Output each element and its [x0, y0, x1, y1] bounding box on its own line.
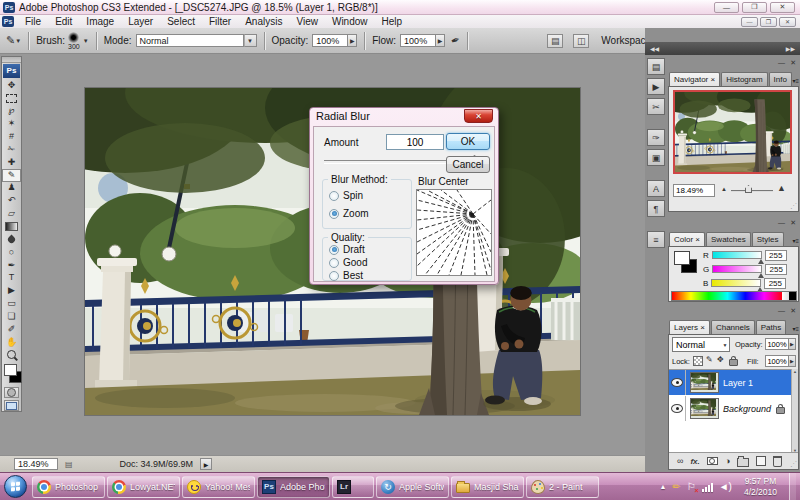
zoom-level-field[interactable]: 18.49% — [14, 458, 58, 470]
show-desktop-button[interactable] — [789, 473, 796, 500]
spin-radio[interactable]: Spin — [329, 190, 363, 201]
menu-window[interactable]: Window — [325, 16, 375, 27]
clone-stamp-tool[interactable]: ♟ — [2, 182, 21, 195]
new-layer-icon[interactable] — [756, 456, 766, 466]
paragraph-panel-icon[interactable]: ¶ — [647, 200, 665, 217]
tab-styles[interactable]: Styles — [752, 232, 784, 246]
taskbar-chrome-lowyat[interactable]: Lowyat.NET -... — [107, 476, 180, 498]
brush-preset-picker[interactable]: 300 — [68, 32, 80, 50]
dialog-close-icon[interactable]: ✕ — [464, 109, 493, 123]
tab-histogram[interactable]: Histogram — [721, 72, 767, 86]
close-icon[interactable]: ✕ — [770, 2, 795, 13]
layer-comps-panel-icon[interactable]: ≡ — [647, 231, 665, 248]
bridge-icon[interactable]: ◫ — [573, 34, 589, 48]
clone-source-panel-icon[interactable]: ▣ — [647, 149, 665, 166]
navigator-slider-track[interactable] — [731, 190, 773, 191]
eraser-tool[interactable]: ▱ — [2, 207, 21, 220]
zoom-tool[interactable] — [2, 349, 21, 362]
layers-opacity-field[interactable]: 100% — [765, 338, 789, 350]
black-swatch[interactable] — [789, 291, 797, 301]
taskbar-paint[interactable]: 2 - Paint — [526, 476, 599, 498]
menu-edit[interactable]: Edit — [48, 16, 79, 27]
layer-row-layer1[interactable]: Layer 1 — [669, 370, 791, 395]
shape-tool[interactable]: ▭ — [2, 297, 21, 310]
panel-close-icon[interactable]: ✕ — [790, 59, 796, 67]
amount-input[interactable] — [386, 134, 444, 150]
navigator-proxy-view[interactable] — [673, 90, 792, 174]
taskbar-folder-masjid[interactable]: Masjid Shah ... — [451, 476, 524, 498]
resize-grip-icon[interactable]: ⋰ — [790, 460, 797, 468]
zoom-radio[interactable]: Zoom — [329, 208, 369, 219]
toolbox-grip[interactable] — [2, 57, 21, 63]
tool-presets-panel-icon[interactable]: ✂ — [647, 98, 665, 115]
navigator-zoom-field[interactable]: 18.49% — [673, 184, 715, 197]
foreground-color-swatch[interactable] — [4, 364, 17, 376]
zoom-out-icon[interactable]: ▲ — [721, 186, 727, 192]
type-tool[interactable]: T — [2, 271, 21, 284]
start-button[interactable] — [4, 475, 27, 498]
path-selection-tool[interactable]: ▶ — [2, 284, 21, 297]
green-value[interactable]: 255 — [765, 264, 787, 275]
crop-tool[interactable]: # — [2, 130, 21, 143]
cancel-button[interactable]: Cancel — [446, 156, 490, 173]
history-brush-tool[interactable]: ↶ — [2, 194, 21, 207]
zoom-in-icon[interactable]: ▲ — [777, 183, 786, 193]
lock-transparency-icon[interactable] — [693, 356, 703, 366]
panel-menu-icon[interactable]: ▾≡ — [792, 325, 799, 332]
lock-all-icon[interactable] — [729, 359, 738, 366]
menu-view[interactable]: View — [289, 16, 325, 27]
navigator-slider-thumb[interactable] — [745, 185, 752, 193]
tab-navigator[interactable]: Navigator × — [669, 72, 720, 86]
panel-minimize-icon[interactable]: — — [778, 307, 785, 314]
layer1-thumbnail[interactable] — [690, 372, 719, 393]
opacity-slider-icon[interactable]: ▶ — [348, 34, 357, 47]
draft-radio[interactable]: Draft — [329, 244, 365, 255]
tray-clock[interactable]: 9:57 PM 4/2/2010 — [738, 476, 783, 497]
green-slider[interactable] — [712, 265, 762, 273]
volume-icon[interactable]: ◄) — [719, 482, 732, 492]
background-name[interactable]: Background — [723, 404, 771, 414]
menu-image[interactable]: Image — [79, 16, 121, 27]
panel-minimize-icon[interactable]: — — [778, 219, 785, 226]
gradient-tool[interactable] — [2, 220, 21, 233]
resize-grip-icon[interactable]: ⋰ — [790, 202, 797, 210]
lasso-tool[interactable]: ℘ — [2, 104, 21, 117]
red-value[interactable]: 255 — [765, 250, 787, 261]
doc-minimize-icon[interactable]: — — [741, 17, 758, 27]
panel-close-icon[interactable]: ✕ — [790, 219, 796, 227]
brush-dropdown-icon[interactable]: ▼ — [83, 38, 89, 44]
link-layers-icon[interactable]: ∞ — [677, 457, 683, 466]
airbrush-icon[interactable]: ✒ — [449, 33, 462, 48]
add-mask-icon[interactable] — [707, 457, 718, 465]
collapse-right-icon[interactable]: ▶▶ — [786, 45, 795, 52]
layer-style-icon[interactable]: fx. — [690, 457, 699, 466]
restore-icon[interactable]: ❐ — [742, 2, 767, 13]
actions-panel-icon[interactable]: ▶ — [647, 78, 665, 95]
visibility-cell[interactable] — [669, 370, 686, 395]
mode-dropdown-icon[interactable]: ▼ — [244, 34, 257, 47]
good-radio[interactable]: Good — [329, 257, 367, 268]
dock-collapse-bar[interactable]: ◀◀ ▶▶ — [645, 42, 800, 55]
character-panel-icon[interactable]: A — [647, 180, 665, 197]
preset-dropdown-icon[interactable]: ▼ — [15, 38, 21, 44]
slice-tool[interactable]: ✁ — [2, 143, 21, 156]
menu-layer[interactable]: Layer — [121, 16, 160, 27]
hand-tool[interactable]: ✋ — [2, 336, 21, 349]
tab-info[interactable]: Info — [769, 72, 792, 86]
best-radio[interactable]: Best — [329, 270, 363, 281]
history-panel-icon[interactable]: ▤ — [647, 58, 665, 75]
pen-tool[interactable]: ✒ — [2, 259, 21, 272]
panel-minimize-icon[interactable]: — — [778, 59, 785, 66]
fill-spinner-icon[interactable]: ▶ — [789, 355, 796, 367]
ok-button[interactable]: OK — [446, 133, 490, 150]
menu-filter[interactable]: Filter — [202, 16, 238, 27]
opacity-input[interactable]: 100% — [312, 34, 348, 47]
blur-center-preview[interactable] — [416, 189, 492, 276]
tray-pen-icon[interactable]: ✏ — [672, 482, 680, 492]
tab-swatches[interactable]: Swatches — [706, 232, 751, 246]
workspace-label[interactable]: Workspace — [601, 35, 651, 46]
flow-input[interactable]: 100% — [400, 34, 436, 47]
lock-move-icon[interactable]: ✥ — [717, 355, 724, 364]
doc-close-icon[interactable]: ✕ — [779, 17, 796, 27]
taskbar-apple-update[interactable]: ↻ Apple Softwa... — [376, 476, 449, 498]
